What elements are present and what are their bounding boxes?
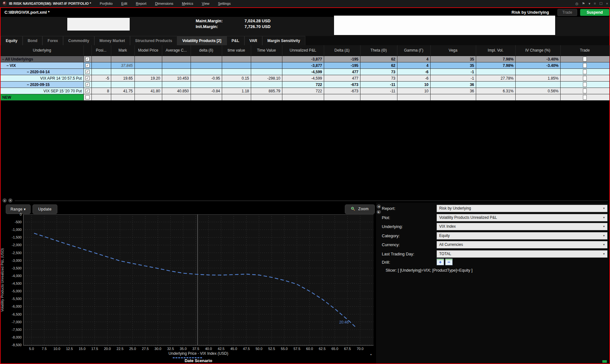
cell-unrealized_pl: 722 [282, 82, 324, 88]
column-header-average-c[interactable]: Average C... [162, 45, 191, 56]
collapse-icon[interactable]: − [6, 63, 10, 68]
trade-checkbox[interactable] [583, 57, 587, 61]
cell-delta [324, 94, 360, 101]
tab-structured-products[interactable]: Structured Products [130, 36, 177, 45]
trade-checkbox[interactable] [583, 63, 587, 68]
drill-down-button[interactable]: + [437, 259, 444, 265]
row-checkbox[interactable] [85, 95, 90, 99]
maximize-icon[interactable]: ☐ [599, 2, 603, 5]
trade-checkbox[interactable] [583, 69, 587, 74]
x-tick-label: 60.0 [306, 347, 313, 351]
column-header-iv-change[interactable]: IV Change (%) [515, 45, 560, 56]
trade-checkbox[interactable] [583, 76, 587, 81]
table-row[interactable]: − VIX✓37.845-3,877-195624357.98%-3.40% [1, 62, 609, 69]
menu-dimensions[interactable]: Dimensions [155, 2, 173, 5]
update-button[interactable]: Update [33, 204, 57, 214]
trade-checkbox[interactable] [583, 89, 587, 93]
menu-report[interactable]: Report [136, 2, 146, 5]
row-checkbox[interactable]: ✓ [85, 82, 90, 87]
column-header-model-price[interactable]: Model Price [134, 45, 162, 56]
pane-divider[interactable] [15, 201, 608, 201]
x-axis-title[interactable]: Underlying Price - VIX Index (USD)▾ [23, 351, 374, 356]
row-label[interactable]: − 2020-09-15 [1, 82, 84, 88]
collapse-icon[interactable]: − [2, 57, 5, 61]
column-header-checkbox[interactable] [84, 45, 91, 56]
row-label[interactable]: NEW [1, 94, 84, 101]
trade-checkbox[interactable] [583, 82, 587, 87]
y-tick-label: -3,500 [3, 266, 22, 270]
tab-commodity[interactable]: Commodity [63, 36, 94, 45]
trade-button[interactable]: Trade [557, 9, 577, 16]
dropdown-currency[interactable]: All Currencies▼ [437, 241, 607, 248]
column-header-vega[interactable]: Vega [430, 45, 476, 56]
row-checkbox[interactable]: ✓ [85, 63, 90, 68]
y-tick-label: -2,500 [3, 251, 22, 255]
tab-forex[interactable]: Forex [42, 36, 63, 45]
menu-edit[interactable]: Edit [121, 2, 127, 5]
column-header-mark[interactable]: Mark [111, 45, 134, 56]
row-checkbox[interactable]: ✓ [85, 76, 90, 80]
row-label[interactable]: − All Underlyings [1, 56, 84, 62]
row-label[interactable]: − 2020-04-14 [1, 69, 84, 75]
column-header-trade[interactable]: Trade [560, 45, 609, 56]
row-checkbox[interactable]: ✓ [85, 89, 90, 93]
settings-icon[interactable]: ◎ [575, 2, 578, 5]
pane-collapse-up-button[interactable]: ▲ [3, 198, 7, 203]
dropdown-plot[interactable]: Volatility Products Unrealized P&L▼ [437, 214, 607, 221]
column-header-theta[interactable]: Theta (Θ) [360, 45, 397, 56]
menu-view[interactable]: View [202, 2, 209, 5]
tab-margin-sensitivity[interactable]: Margin Sensitivity [262, 36, 305, 45]
drill-up-button[interactable]: − [445, 259, 453, 265]
row-label[interactable]: VIX APR 14 '20 57.5 Put [1, 75, 84, 82]
table-row[interactable]: − 2020-09-15✓722-673-111036 [1, 82, 609, 88]
table-row[interactable]: − All Underlyings✓-3,877-195624357.98%-3… [1, 56, 609, 62]
dropdown-report[interactable]: Risk by Underlying▼ [437, 205, 607, 212]
cell-mark [111, 82, 134, 88]
column-header-delta[interactable]: Delta (Δ) [324, 45, 360, 56]
table-row[interactable]: − 2020-04-14✓-4,59947773-6-1 [1, 69, 609, 75]
tab-volatility-products-2[interactable]: Volatility Products [2] [177, 36, 226, 45]
tab-p-l[interactable]: P&L [227, 36, 244, 45]
x-tick-label: 37.5 [192, 347, 199, 351]
dropdown-last-trading-day[interactable]: TOTAL▼ [437, 250, 607, 258]
pin-caret-icon[interactable]: ▾ [589, 2, 591, 5]
minimize-icon[interactable]: = [594, 2, 596, 5]
cell-time_value [251, 62, 282, 69]
column-header-posi[interactable]: Posi... [91, 45, 111, 56]
row-checkbox[interactable]: ✓ [85, 57, 90, 61]
column-header-gamma[interactable]: Gamma (Γ) [397, 45, 430, 56]
column-header-impl-vol[interactable]: Impl. Vol. [476, 45, 515, 56]
pnl-chart[interactable]: 20:46 [23, 214, 374, 346]
trade-checkbox[interactable] [583, 95, 587, 100]
x-tick-label: 35.0 [180, 347, 186, 351]
cell-mark: 41.75 [111, 88, 134, 94]
dropdown-category[interactable]: Equity▼ [437, 232, 607, 239]
column-header-unrealized-p-l[interactable]: Unrealized P&L [282, 45, 324, 56]
column-header-underlying[interactable]: Underlying [1, 45, 84, 56]
suspend-button[interactable]: Suspend [580, 9, 609, 16]
tab-bond[interactable]: Bond [23, 36, 43, 45]
table-row[interactable]: VIX APR 14 '20 57.5 Put✓-519.6519.2010.4… [1, 75, 609, 82]
zoom-button[interactable]: Zoom [345, 204, 375, 214]
row-label[interactable]: VIX SEP 15 '20 70 Put [1, 88, 84, 94]
pin-icon[interactable]: ⚑ [582, 2, 585, 5]
tab-equity[interactable]: Equity [1, 36, 23, 45]
tab-money-market[interactable]: Money Market [94, 36, 130, 45]
table-row[interactable]: VIX SEP 15 '20 70 Put✓841.7541.8040.850-… [1, 88, 609, 94]
row-checkbox[interactable]: ✓ [85, 70, 90, 74]
dropdown-underlying[interactable]: VIX Index▼ [437, 223, 607, 230]
table-row[interactable]: NEW [1, 94, 609, 101]
y-tick-label: -2,000 [3, 243, 22, 247]
collapse-icon[interactable]: − [27, 70, 30, 74]
tab-var[interactable]: VAR [244, 36, 262, 45]
menu-settings[interactable]: Settings [218, 2, 231, 5]
collapse-icon[interactable]: − [27, 82, 30, 87]
close-icon[interactable]: × [606, 2, 608, 5]
column-header-delta[interactable]: delta (δ) [191, 45, 222, 56]
menu-portfolio[interactable]: Portfolio [100, 2, 113, 5]
menu-metrics[interactable]: Metrics [182, 2, 193, 5]
row-label[interactable]: − VIX [1, 62, 84, 69]
pane-collapse-down-button[interactable]: ▼ [8, 198, 12, 203]
column-header-time-value[interactable]: Time Value [251, 45, 282, 56]
column-header-time-value[interactable]: time value [222, 45, 251, 56]
